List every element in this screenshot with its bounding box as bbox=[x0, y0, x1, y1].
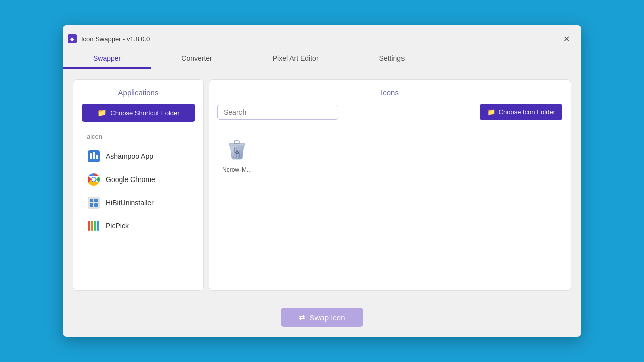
svg-point-6 bbox=[92, 178, 96, 182]
svg-rect-8 bbox=[90, 199, 93, 202]
svg-rect-3 bbox=[96, 155, 98, 159]
search-box[interactable] bbox=[217, 105, 338, 120]
app-list: aicon Ashampoo App bbox=[82, 129, 195, 237]
picpick-icon bbox=[87, 219, 101, 233]
list-item[interactable]: Ashampoo App bbox=[82, 145, 195, 167]
swap-icon: ⇄ bbox=[299, 313, 305, 322]
svg-text:♻: ♻ bbox=[235, 150, 239, 155]
search-input[interactable] bbox=[224, 108, 332, 116]
svg-rect-15 bbox=[97, 221, 99, 231]
window-title: Icon Swapper - v1.8.0.0 bbox=[81, 35, 150, 43]
chrome-icon bbox=[87, 172, 101, 187]
svg-rect-13 bbox=[91, 221, 93, 231]
icons-toolbar: 📁 Choose Icon Folder bbox=[217, 104, 562, 120]
folder-icon: 📁 bbox=[487, 108, 495, 116]
list-item[interactable]: aicon bbox=[82, 129, 195, 144]
svg-rect-12 bbox=[88, 221, 90, 231]
icons-grid: ♻ Ncrow-M... bbox=[217, 128, 562, 180]
svg-rect-1 bbox=[90, 153, 92, 159]
ashampoo-icon bbox=[87, 149, 101, 163]
svg-rect-10 bbox=[90, 203, 93, 207]
chrome-label: Google Chrome bbox=[106, 175, 155, 184]
ashampoo-label: Ashampoo App bbox=[106, 152, 153, 160]
svg-rect-9 bbox=[94, 199, 98, 202]
bottom-bar: ⇄ Swap Icon bbox=[63, 301, 581, 337]
title-bar: ◆ Icon Swapper - v1.8.0.0 ✕ bbox=[63, 25, 581, 47]
choose-icon-folder-button[interactable]: 📁 Choose Icon Folder bbox=[480, 104, 562, 120]
picpick-label: PicPick bbox=[106, 222, 129, 230]
main-window: ◆ Icon Swapper - v1.8.0.0 ✕ Swapper Conv… bbox=[63, 25, 581, 337]
ncrow-m-icon: ♻ bbox=[223, 135, 251, 163]
hibit-icon bbox=[87, 196, 101, 210]
folder-icon: 📁 bbox=[97, 108, 107, 117]
title-bar-left: ◆ Icon Swapper - v1.8.0.0 bbox=[68, 34, 150, 43]
svg-rect-7 bbox=[88, 197, 100, 209]
applications-panel-title: Applications bbox=[82, 88, 195, 97]
applications-panel: Applications 📁 Choose Shortcut Folder ai… bbox=[73, 79, 204, 291]
svg-rect-11 bbox=[94, 203, 98, 207]
svg-rect-14 bbox=[94, 221, 96, 231]
tab-bar: Swapper Converter Pixel Art Editor Setti… bbox=[63, 49, 581, 69]
main-content: Applications 📁 Choose Shortcut Folder ai… bbox=[63, 69, 581, 301]
icons-panel: Icons 📁 Choose Icon Folder bbox=[209, 79, 571, 291]
close-button[interactable]: ✕ bbox=[559, 32, 573, 46]
hibit-label: HiBitUninstaller bbox=[106, 199, 154, 207]
tab-settings[interactable]: Settings bbox=[349, 49, 435, 69]
icon-label: Ncrow-M... bbox=[222, 166, 252, 173]
app-icon: ◆ bbox=[68, 34, 77, 43]
list-item[interactable]: HiBitUninstaller bbox=[82, 192, 195, 214]
svg-rect-2 bbox=[93, 152, 95, 159]
list-item[interactable]: Google Chrome bbox=[82, 168, 195, 191]
tab-converter[interactable]: Converter bbox=[151, 49, 242, 69]
tab-pixel-art-editor[interactable]: Pixel Art Editor bbox=[243, 49, 349, 69]
icons-panel-title: Icons bbox=[217, 88, 562, 97]
icon-item[interactable]: ♻ Ncrow-M... bbox=[219, 132, 255, 176]
tab-swapper[interactable]: Swapper bbox=[63, 49, 151, 69]
list-item[interactable]: PicPick bbox=[82, 215, 195, 237]
swap-icon-button[interactable]: ⇄ Swap Icon bbox=[281, 308, 363, 327]
choose-shortcut-folder-button[interactable]: 📁 Choose Shortcut Folder bbox=[82, 104, 195, 122]
